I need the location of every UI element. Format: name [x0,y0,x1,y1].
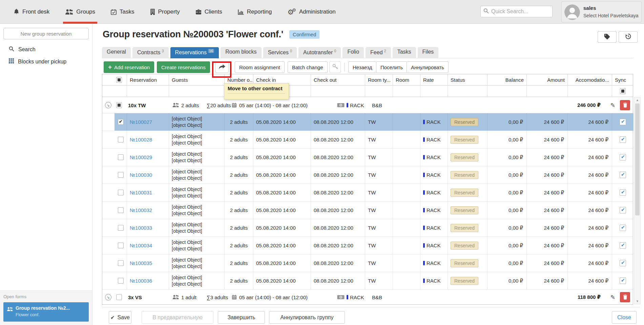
nav-item-property[interactable]: Property [149,0,181,24]
column-header-rate[interactable]: Rate [420,74,448,85]
tab-folio[interactable]: Folio [342,47,364,58]
history-button[interactable] [619,31,638,43]
nav-item-clients[interactable]: Clients [195,0,223,24]
sync-checkbox[interactable] [620,260,626,266]
table-row[interactable]: №100032[object Object][object Object]2 a… [102,202,633,219]
row-checkbox[interactable] [118,278,124,284]
column-header-sync[interactable]: Sync [612,74,633,85]
delete-group-button[interactable] [620,292,630,302]
sync-checkbox[interactable] [620,242,626,249]
edit-group-button[interactable]: ✎ [610,101,615,109]
row-checkbox[interactable] [118,243,124,248]
move-to-other-contract-button[interactable] [215,61,229,73]
sync-checkbox[interactable] [620,154,626,160]
delete-group-button[interactable] [620,100,630,110]
scroll-up-arrow[interactable]: ▲ [635,98,640,102]
tab-room-blocks[interactable]: Room blocks [221,47,261,58]
column-header-room-ty[interactable]: Room ty... [365,74,393,85]
reservation-link[interactable]: №100031 [130,190,152,195]
row-checkbox[interactable] [118,172,124,178]
quick-search-input[interactable] [491,8,561,15]
tags-button[interactable] [598,31,617,43]
sync-all-checkbox[interactable] [620,88,626,94]
sync-checkbox[interactable] [620,207,626,213]
row-checkbox[interactable] [118,190,124,195]
column-header-guests[interactable]: Guests [169,74,225,85]
tab-autotransfer[interactable]: Autotransfer0 [298,47,341,58]
save-button[interactable]: ✔Save [109,311,131,324]
table-row[interactable]: №100029[object Object][object Object]2 a… [102,149,633,166]
user-menu[interactable]: sales Select Hotel Paveletskaya [561,1,642,22]
nav-item-administration[interactable]: ⚙⚙Administration [287,0,336,24]
reservation-link[interactable]: №100029 [130,154,152,160]
table-row[interactable]: №100031[object Object][object Object]2 a… [102,184,633,202]
column-header-reservation[interactable]: Reservation [127,74,169,85]
cancel-reservation-button[interactable]: Аннулировать [407,61,449,73]
row-checkbox[interactable] [118,225,124,231]
nav-item-groups[interactable]: Groups [64,0,96,24]
reservation-link[interactable]: №100035 [130,260,152,266]
tab-tasks[interactable]: Tasks [393,47,416,58]
tab-reservations[interactable]: Reservations16 [170,47,219,58]
add-reservation-button[interactable]: +Add reservation [104,61,154,73]
table-row[interactable]: №100034[object Object][object Object]2 a… [102,237,633,254]
tab-general[interactable]: General [102,47,131,58]
column-header-balance[interactable]: Balance [487,74,527,85]
open-form-card[interactable]: Group reservation №2... Flower conf. [3,302,89,322]
tab-contracts[interactable]: Contracts3 [132,47,169,58]
sync-checkbox[interactable] [620,189,626,196]
column-header-check-out[interactable]: Check out [311,74,365,85]
reservation-link[interactable]: №100030 [130,172,152,178]
quick-search-box[interactable] [480,6,553,17]
edit-group-button[interactable]: ✎ [610,293,615,301]
sync-checkbox[interactable] [620,172,626,178]
row-checkbox[interactable] [118,137,124,142]
column-header-amount[interactable]: Amount [527,74,568,85]
reservation-link[interactable]: №100032 [130,207,152,213]
nav-item-tasks[interactable]: Tasks [110,0,135,24]
row-checkbox[interactable] [118,119,124,125]
sidebar-item-search[interactable]: Search [0,43,92,56]
no-show-button[interactable]: Незаезд [348,61,376,73]
row-checkbox[interactable] [118,154,124,160]
select-all-checkbox[interactable] [116,77,122,83]
expand-collapse-icon[interactable]: ↘ [105,294,111,300]
batch-change-button[interactable]: Batch change [288,61,328,73]
scroll-down-arrow[interactable]: ▼ [635,300,640,303]
vertical-scrollbar[interactable]: ▲ ▼ [634,97,641,304]
reservation-link[interactable]: №100028 [130,137,152,142]
tab-files[interactable]: Files [418,47,439,58]
check-in-button[interactable]: Поселить [376,61,407,73]
table-row[interactable]: №100036[object Object][object Object]2 a… [102,272,633,290]
expand-collapse-icon[interactable]: ↘ [105,102,111,108]
cancel-group-button[interactable]: Аннулировать группу [269,311,345,324]
group-checkbox[interactable] [116,294,122,300]
sync-checkbox[interactable] [620,278,626,284]
table-row[interactable]: №100030[object Object][object Object]2 a… [102,166,633,184]
table-row[interactable]: №100035[object Object][object Object]2 a… [102,254,633,272]
reservation-link[interactable]: №100027 [130,119,152,125]
create-reservations-button[interactable]: Create reservations [157,61,210,73]
scrollbar-thumb[interactable] [635,103,640,215]
reservation-link[interactable]: №100033 [130,225,152,231]
sync-checkbox[interactable] [620,119,626,125]
sync-checkbox[interactable] [620,136,626,143]
nav-item-reporting[interactable]: Reporting [237,0,273,24]
tab-feed[interactable]: Feed2 [366,47,391,58]
new-group-reservation-button[interactable]: New group reservation [3,28,89,39]
group-checkbox[interactable] [116,102,122,108]
column-header-room[interactable]: Room [393,74,420,85]
key-button[interactable] [329,61,341,73]
to-preliminary-button[interactable]: В предварительную [142,311,213,324]
reservation-link[interactable]: №100034 [130,243,152,248]
sync-checkbox[interactable] [620,225,626,231]
finish-button[interactable]: Завершить [218,311,265,324]
table-row[interactable]: №100027[object Object][object Object]2 a… [102,113,633,131]
room-assignment-button[interactable]: Room assignment [235,61,285,73]
table-row[interactable]: №100033[object Object][object Object]2 a… [102,219,633,237]
column-header-accomodatio[interactable]: Accomodatio... [568,74,612,85]
table-row[interactable]: №100028[object Object][object Object]2 a… [102,131,633,149]
tab-services[interactable]: Services0 [263,47,297,58]
nav-item-front-desk[interactable]: Front desk [13,0,50,24]
reservation-link[interactable]: №100036 [130,278,152,284]
